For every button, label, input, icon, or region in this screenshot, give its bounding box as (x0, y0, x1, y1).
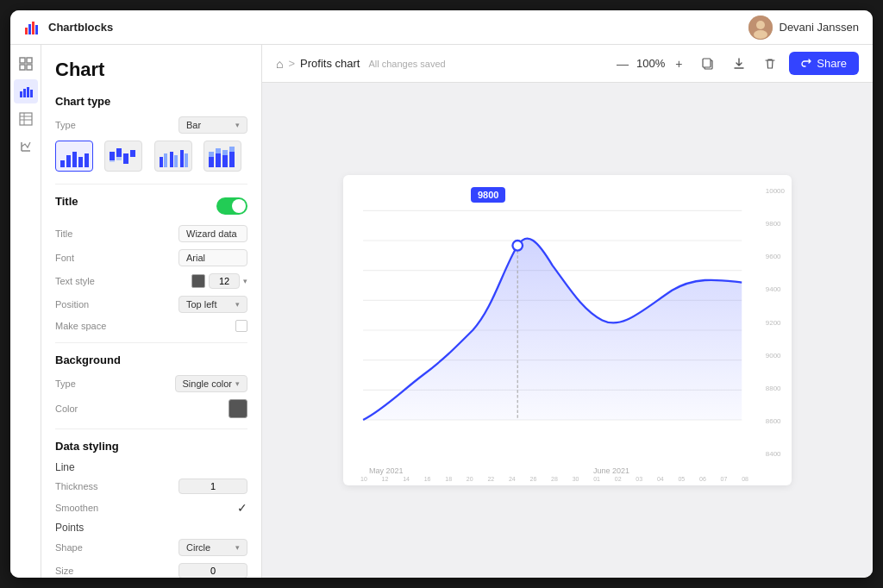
svg-rect-36 (180, 150, 184, 167)
share-button[interactable]: Share (789, 52, 859, 75)
make-space-label: Make space (55, 321, 106, 331)
svg-rect-27 (110, 160, 115, 162)
position-row: Position Top left ▾ (55, 296, 247, 313)
chart-canvas: 9800 10000 9800 9600 9400 9200 9000 8800… (343, 175, 792, 485)
points-label: Points (55, 522, 247, 534)
shape-dropdown[interactable]: Circle ▾ (178, 539, 247, 556)
download-button[interactable] (727, 52, 751, 76)
color-swatch[interactable] (229, 399, 247, 418)
svg-rect-32 (160, 157, 163, 167)
svg-rect-10 (27, 65, 32, 70)
table-icon[interactable] (14, 107, 38, 131)
font-label: Font (55, 253, 74, 263)
axis-icon[interactable] (14, 134, 38, 159)
y-label-10000: 10000 (766, 187, 785, 195)
saved-status: All changes saved (368, 59, 445, 69)
svg-rect-28 (116, 148, 122, 157)
titlebar-right: Devani Janssen (748, 16, 860, 40)
chart-svg (343, 175, 792, 485)
y-label-8400: 8400 (766, 450, 785, 458)
text-color-swatch[interactable] (191, 274, 205, 288)
home-icon[interactable]: ⌂ (276, 57, 283, 71)
bg-type-dropdown[interactable]: Single color ▾ (175, 375, 247, 392)
svg-rect-2 (32, 22, 34, 34)
breadcrumb-separator: > (288, 57, 295, 70)
svg-rect-24 (78, 157, 83, 167)
bg-type-label: Type (55, 378, 76, 389)
svg-rect-15 (20, 113, 32, 125)
chart-thumb-bar[interactable] (55, 141, 93, 172)
chart-icon[interactable] (14, 79, 38, 103)
user-name: Devani Janssen (780, 21, 860, 34)
font-input[interactable] (178, 249, 247, 266)
titlebar: Chartblocks Devani Janssen (10, 10, 873, 45)
svg-rect-29 (116, 157, 122, 160)
svg-rect-25 (85, 153, 89, 167)
x-label-03: 03 (636, 476, 642, 482)
tooltip-box: 9800 (471, 187, 505, 203)
topbar-right: — 100% + Share (612, 52, 859, 76)
x-label-16: 16 (424, 476, 431, 482)
sidebar-title: Chart (55, 59, 247, 81)
x-label-22: 22 (487, 476, 494, 482)
topbar: ⌂ > Profits chart All changes saved — 10… (262, 45, 873, 83)
svg-rect-47 (703, 59, 711, 67)
x-label-02: 02 (615, 476, 622, 482)
smoothen-check[interactable]: ✓ (237, 501, 247, 515)
thickness-label: Thickness (55, 481, 98, 491)
type-dropdown[interactable]: Bar ▾ (178, 116, 247, 134)
svg-rect-21 (60, 160, 65, 167)
position-label: Position (55, 299, 89, 310)
y-label-9000: 9000 (766, 352, 785, 360)
type-field-label: Type (55, 120, 76, 130)
title-toggle[interactable] (216, 197, 247, 215)
svg-rect-26 (110, 152, 115, 160)
x-label-10: 10 (360, 476, 367, 482)
y-axis: 10000 9800 9600 9400 9200 9000 8800 8600… (766, 187, 785, 458)
svg-rect-31 (130, 150, 135, 157)
chart-thumb-waterfall[interactable] (104, 141, 142, 172)
bg-type-row: Type Single color ▾ (55, 375, 247, 392)
chart-type-grid (55, 141, 247, 172)
svg-rect-0 (25, 28, 28, 34)
line-label: Line (55, 461, 247, 473)
x-label-12: 12 (382, 476, 389, 482)
svg-rect-43 (222, 150, 228, 155)
title-field-row: Title (55, 225, 247, 242)
zoom-in-button[interactable]: + (668, 53, 689, 74)
svg-rect-8 (27, 58, 32, 63)
copy-button[interactable] (696, 52, 720, 76)
zoom-out-button[interactable]: — (612, 53, 633, 74)
shape-row: Shape Circle ▾ (55, 539, 247, 556)
chart-thumb-grouped[interactable] (154, 141, 192, 172)
x-label-18: 18 (445, 476, 452, 482)
svg-rect-14 (30, 90, 33, 97)
make-space-checkbox[interactable] (235, 320, 247, 332)
background-section-label: Background (55, 353, 247, 366)
title-field-label: Title (55, 228, 72, 239)
x-label-04: 04 (657, 476, 664, 482)
title-section-row: Title (55, 195, 247, 216)
svg-rect-30 (123, 153, 128, 164)
x-label-24: 24 (509, 476, 516, 482)
font-size-input[interactable] (209, 273, 240, 289)
svg-point-57 (512, 241, 523, 251)
thickness-row: Thickness (55, 479, 247, 494)
shape-label: Shape (55, 542, 83, 553)
x-label-06: 06 (699, 476, 706, 482)
sidebar: Chart Chart type Type Bar ▾ (41, 45, 262, 578)
text-style-row: Text style ▾ (55, 273, 247, 289)
y-label-9200: 9200 (766, 319, 785, 327)
grid-icon[interactable] (14, 52, 38, 76)
smoothen-row: Smoothen ✓ (55, 501, 247, 515)
chart-thumb-stacked[interactable] (204, 141, 241, 172)
svg-point-6 (754, 30, 767, 39)
title-input[interactable] (178, 225, 247, 242)
size-input[interactable] (178, 563, 247, 578)
y-label-9400: 9400 (766, 285, 785, 293)
x-label-30: 30 (573, 476, 579, 482)
position-dropdown[interactable]: Top left ▾ (178, 296, 247, 313)
size-label: Size (55, 566, 73, 576)
delete-button[interactable] (758, 52, 782, 76)
thickness-input[interactable] (178, 479, 247, 494)
